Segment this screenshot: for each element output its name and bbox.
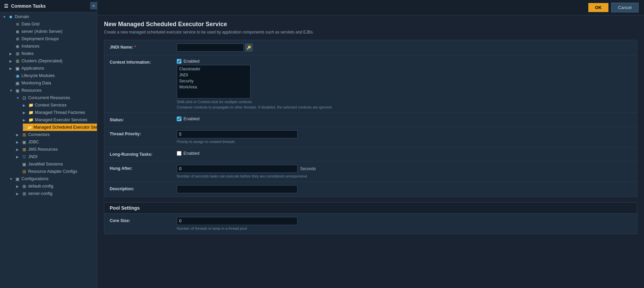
configurations-arrow [9, 177, 13, 181]
instances-item[interactable]: ▣ Instances [9, 43, 97, 50]
long-running-row: Long-Running Tasks: Enabled [104, 147, 637, 161]
jndi-name-row: JNDI Name: * 🔑 [104, 40, 637, 55]
context-list[interactable]: Classloader JNDI Security WorkArea [177, 65, 251, 98]
server-config-item[interactable]: ⊞ server-config [16, 190, 97, 197]
resource-adapter-item[interactable]: ⊞ Resource Adapter Configs [16, 168, 97, 175]
common-tasks-header: ☰ Common Tasks « [0, 0, 97, 12]
domain-item[interactable]: ■ Domain [3, 13, 97, 20]
jndi-name-control: 🔑 [177, 44, 632, 52]
clusters-item[interactable]: ⊞ Clusters (Deprecated) [9, 57, 97, 65]
context-item-classloader[interactable]: Classloader [178, 66, 250, 72]
clusters-arrow [9, 59, 13, 63]
connectors-arrow [16, 133, 20, 137]
context-item-workarea[interactable]: WorkArea [178, 84, 250, 90]
jndi-name-input[interactable] [177, 44, 244, 52]
status-enabled-row: Enabled [177, 116, 632, 121]
managed-thread-factories-item[interactable]: 📁 Managed Thread Factories [23, 109, 97, 116]
jndi-helper-button[interactable]: 🔑 [245, 44, 253, 52]
data-grid-item[interactable]: ⊞ Data Grid [9, 20, 97, 28]
jdbc-item[interactable]: ▣ JDBC [16, 138, 97, 146]
status-control: Enabled [177, 116, 632, 121]
applications-icon: ▣ [15, 66, 20, 71]
domain-section: ■ Domain ⊞ Data Grid ▣ server (Admin Ser… [0, 12, 97, 198]
deployment-groups-item[interactable]: ⊞ Deployment Groups [9, 35, 97, 43]
jndi-name-label: JNDI Name: * [110, 44, 177, 50]
configurations-item[interactable]: ▣ Configurations [9, 175, 97, 183]
context-item-jndi[interactable]: JNDI [178, 72, 250, 78]
mtf-arrow [23, 111, 27, 115]
applications-item[interactable]: ▣ Applications [9, 65, 97, 72]
jms-arrow [16, 148, 20, 151]
data-grid-icon: ⊞ [15, 21, 20, 27]
hung-after-row: Hung After: Seconds Number of seconds ta… [104, 161, 637, 182]
hung-after-input[interactable] [177, 165, 298, 173]
jms-icon: ⊞ [21, 147, 27, 152]
javamail-icon: ▣ [21, 161, 27, 167]
sidebar: ☰ Common Tasks « ■ Domain ⊞ Data Grid ▣ … [0, 0, 97, 288]
server-item[interactable]: ▣ server (Admin Server) [9, 28, 97, 35]
status-enabled-label: Enabled [183, 116, 200, 121]
managed-executor-services-item[interactable]: 📁 Managed Executor Services [23, 116, 97, 124]
default-config-icon: ⊞ [21, 184, 27, 189]
jndi-icon: ▽ [21, 154, 27, 159]
common-tasks-icon: ☰ [4, 3, 8, 9]
context-hint1: Shift-click or Control-click for multipl… [177, 100, 632, 104]
mes-icon: 📁 [28, 117, 34, 123]
core-size-control: Number of threads to keep in a thread po… [177, 217, 632, 230]
resources-children: ⊡ Concurrent Resources 📁 Context Service… [9, 94, 97, 175]
description-input[interactable] [177, 185, 298, 193]
mes-arrow [23, 118, 27, 122]
thread-priority-input[interactable] [177, 130, 298, 138]
thread-priority-hint: Priority to assign to created threads [177, 140, 632, 144]
nodes-icon: ⊞ [15, 51, 20, 56]
instances-icon: ▣ [15, 44, 20, 49]
concurrent-children: 📁 Context Services 📁 Managed Thread Fact… [16, 101, 97, 131]
page-title: New Managed Scheduled Executor Service [104, 21, 637, 28]
javamail-item[interactable]: ▣ JavaMail Sessions [16, 160, 97, 168]
domain-children: ⊞ Data Grid ▣ server (Admin Server) ⊞ De… [3, 20, 97, 197]
toolbar: OK Cancel [97, 0, 644, 15]
context-enabled-checkbox[interactable] [177, 59, 181, 64]
resources-icon: ▣ [15, 88, 20, 93]
domain-arrow [3, 15, 7, 19]
context-services-item[interactable]: 📁 Context Services [23, 101, 97, 109]
main-content: OK Cancel New Managed Scheduled Executor… [97, 0, 644, 288]
jndi-item[interactable]: ▽ JNDI [16, 153, 97, 160]
core-size-row: Core Size: Number of threads to keep in … [104, 214, 637, 234]
jdbc-arrow [16, 140, 20, 144]
description-label: Description: [110, 185, 177, 191]
resources-item[interactable]: ▣ Resources [9, 87, 97, 94]
core-size-label: Core Size: [110, 217, 177, 223]
main-form-section: JNDI Name: * 🔑 Context Information: Ena [104, 40, 637, 197]
long-running-checkbox[interactable] [177, 151, 181, 156]
jms-item[interactable]: ⊞ JMS Resources [16, 146, 97, 153]
monitoring-icon: ▣ [15, 80, 20, 86]
ok-button[interactable]: OK [588, 3, 608, 12]
concurrent-icon: ⊡ [21, 95, 27, 100]
status-label: Status: [110, 116, 177, 122]
connectors-item[interactable]: ⊞ Connectors [16, 131, 97, 138]
ctx-svc-icon: 📁 [28, 102, 34, 108]
context-info-control: Enabled Classloader JNDI Security WorkAr… [177, 59, 632, 109]
server-config-arrow [16, 192, 20, 196]
mtf-icon: 📁 [28, 110, 34, 115]
form-container: New Managed Scheduled Executor Service C… [97, 15, 644, 245]
collapse-button[interactable]: « [90, 2, 97, 9]
lifecycle-item[interactable]: ◉ Lifecycle Modules [9, 72, 97, 79]
server-config-icon: ⊞ [21, 191, 27, 196]
hung-after-unit: Seconds [300, 166, 316, 171]
nodes-item[interactable]: ⊞ Nodes [9, 50, 97, 57]
default-config-item[interactable]: ⊞ default-config [16, 183, 97, 190]
thread-priority-control: Priority to assign to created threads [177, 130, 632, 144]
cancel-button[interactable]: Cancel [611, 3, 639, 12]
core-size-input[interactable] [177, 217, 298, 225]
configurations-icon: ▣ [15, 176, 20, 182]
managed-scheduled-executor-item[interactable]: 📂 Managed Scheduled Executor Services [23, 124, 97, 131]
concurrent-resources-item[interactable]: ⊡ Concurrent Resources [16, 94, 97, 101]
monitoring-item[interactable]: ▣ Monitoring Data [9, 79, 97, 87]
context-enabled-label: Enabled [183, 59, 200, 64]
context-item-security[interactable]: Security [178, 78, 250, 84]
thread-priority-row: Thread Priority: Priority to assign to c… [104, 127, 637, 147]
status-enabled-checkbox[interactable] [177, 117, 181, 121]
description-control [177, 185, 632, 193]
